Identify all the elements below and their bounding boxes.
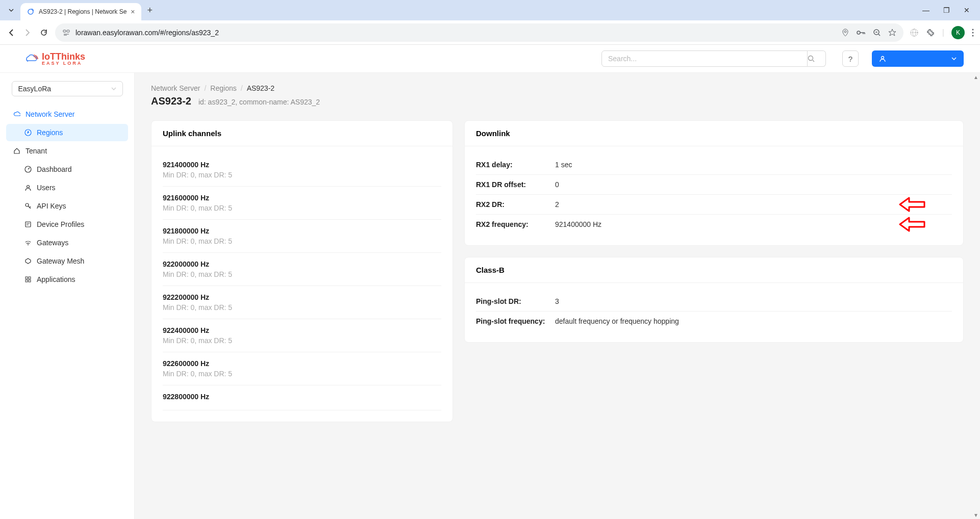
omnibox-actions: [841, 29, 896, 37]
tenant-selector-label: EasyLoRa: [18, 85, 52, 93]
callout-arrow-icon: [899, 197, 925, 212]
channel-datarate: Min DR: 0, max DR: 5: [163, 270, 441, 278]
svg-rect-17: [26, 222, 31, 227]
sidebar-item-tenant[interactable]: Tenant: [6, 142, 128, 160]
svg-point-11: [809, 56, 813, 61]
bookmark-star-icon[interactable]: [888, 29, 896, 37]
channel-frequency: 922800000 Hz: [163, 393, 441, 401]
sidebar-item-regions[interactable]: Regions: [6, 124, 128, 141]
sidebar-item-label: Tenant: [26, 147, 47, 155]
uplink-channel-row: 922400000 HzMin DR: 0, max DR: 5: [163, 319, 441, 352]
scrollbar-up-icon[interactable]: ▲: [972, 73, 980, 81]
new-tab-button[interactable]: +: [147, 5, 153, 16]
mesh-icon: [24, 257, 32, 265]
help-button[interactable]: ?: [842, 50, 859, 67]
apps-icon: [24, 276, 32, 283]
password-key-icon[interactable]: [857, 30, 866, 36]
wifi-icon: [24, 239, 32, 246]
sidebar-item-api-keys[interactable]: API Keys: [6, 197, 128, 215]
dashboard-icon: [24, 166, 32, 173]
svg-rect-20: [29, 277, 31, 279]
search-wrapper: [601, 50, 826, 67]
tab-dropdown-button[interactable]: [4, 3, 18, 17]
row-key: RX1 DR offset:: [476, 180, 555, 189]
site-settings-icon: [62, 29, 70, 37]
logo-cloud-icon: [24, 53, 39, 64]
svg-rect-22: [29, 280, 31, 282]
search-input[interactable]: [601, 50, 808, 67]
svg-point-12: [882, 57, 884, 59]
chevron-down-icon: [951, 57, 957, 60]
compass-icon: [24, 129, 32, 136]
sidebar-item-label: Gateways: [37, 239, 68, 247]
menu-kebab-icon[interactable]: [972, 29, 974, 37]
uplink-channel-row: 922200000 HzMin DR: 0, max DR: 5: [163, 286, 441, 319]
app-logo[interactable]: IoTThinks EASY LORA: [24, 52, 85, 66]
sidebar-item-gateway-mesh[interactable]: Gateway Mesh: [6, 252, 128, 270]
profile-avatar[interactable]: K: [951, 26, 965, 39]
forward-button[interactable]: [22, 28, 33, 38]
channel-frequency: 922400000 Hz: [163, 326, 441, 334]
cards-row: Uplink channels 921400000 HzMin DR: 0, m…: [151, 120, 964, 422]
downlink-row: RX2 DR:2: [476, 195, 952, 215]
sidebar-item-gateways[interactable]: Gateways: [6, 234, 128, 251]
row-value: 3: [555, 297, 559, 305]
channel-datarate: Min DR: 0, max DR: 5: [163, 303, 441, 312]
window-close-button[interactable]: ✕: [962, 6, 972, 14]
svg-point-8: [972, 29, 974, 30]
channel-frequency: 921600000 Hz: [163, 194, 441, 202]
sidebar-network-server[interactable]: Network Server: [6, 106, 128, 123]
sidebar-item-label: Applications: [37, 275, 76, 283]
globe-icon[interactable]: [910, 28, 919, 37]
row-value: 921400000 Hz: [555, 220, 601, 228]
sidebar-item-users[interactable]: Users: [6, 179, 128, 196]
tab-strip: AS923-2 | Regions | Network Se × +: [4, 0, 153, 20]
content-scrollbar[interactable]: ▲ ▼: [972, 73, 980, 519]
zoom-icon[interactable]: [873, 29, 881, 37]
reload-button[interactable]: [39, 28, 49, 38]
tab-favicon-icon: [27, 8, 35, 16]
user-menu-button[interactable]: [872, 50, 964, 67]
sidebar-item-dashboard[interactable]: Dashboard: [6, 161, 128, 178]
user-icon: [879, 55, 886, 62]
sidebar-item-label: Device Profiles: [37, 220, 84, 228]
svg-point-9: [972, 32, 974, 33]
downlink-row: RX2 frequency:921400000 Hz: [476, 215, 952, 234]
breadcrumb-item[interactable]: Network Server: [151, 84, 200, 92]
logo-text: IoTThinks EASY LORA: [42, 52, 85, 66]
location-icon[interactable]: [841, 29, 849, 37]
tab-title: AS923-2 | Regions | Network Se: [39, 8, 127, 15]
chevron-down-icon: [8, 7, 14, 13]
key-icon: [24, 202, 32, 210]
svg-rect-1: [63, 30, 66, 32]
page-title: AS923-2: [151, 95, 191, 107]
search-icon: [808, 55, 815, 62]
window-minimize-button[interactable]: —: [921, 6, 931, 14]
app-body: EasyLoRa Network Server RegionsTenantDas…: [0, 73, 980, 519]
sidebar-item-label: Network Server: [26, 110, 74, 118]
classb-row: Ping-slot DR:3: [476, 287, 952, 312]
uplink-channels-card: Uplink channels 921400000 HzMin DR: 0, m…: [151, 120, 453, 422]
row-key: RX2 frequency:: [476, 220, 555, 228]
omnibox[interactable]: lorawan.easylorawan.com/#/regions/as923_…: [55, 23, 903, 42]
app-header: IoTThinks EASY LORA ?: [0, 45, 980, 73]
scrollbar-down-icon[interactable]: ▼: [972, 511, 980, 519]
back-button[interactable]: [6, 28, 16, 38]
tab-close-button[interactable]: ×: [131, 8, 135, 16]
active-tab[interactable]: AS923-2 | Regions | Network Se ×: [20, 3, 141, 20]
breadcrumb-item[interactable]: Regions: [210, 84, 236, 92]
user-icon: [24, 184, 32, 191]
uplink-channel-row: 921800000 HzMin DR: 0, max DR: 5: [163, 220, 441, 253]
window-maximize-button[interactable]: ❐: [941, 6, 951, 14]
channel-datarate: Min DR: 0, max DR: 5: [163, 237, 441, 245]
uplink-channel-row: 921600000 HzMin DR: 0, max DR: 5: [163, 187, 441, 220]
search-button[interactable]: [808, 50, 826, 67]
tenant-selector[interactable]: EasyLoRa: [12, 81, 123, 96]
sidebar-item-device-profiles[interactable]: Device Profiles: [6, 216, 128, 233]
downlink-rows: RX1 delay:1 secRX1 DR offset:0RX2 DR:2RX…: [465, 146, 963, 245]
home-icon: [13, 147, 20, 154]
sidebar-item-label: Users: [37, 184, 56, 192]
extensions-icon[interactable]: [926, 28, 935, 37]
sidebar-item-applications[interactable]: Applications: [6, 271, 128, 288]
svg-rect-19: [26, 277, 28, 279]
